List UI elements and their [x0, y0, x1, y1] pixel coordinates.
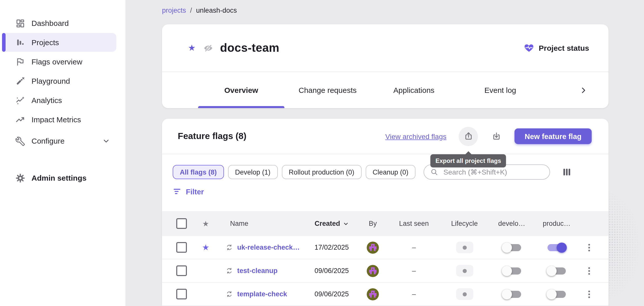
project-tabs: OverviewChange requestsApplicationsEvent…	[162, 72, 608, 108]
row-actions-kebab-icon[interactable]	[585, 290, 593, 299]
column-header-last-seen[interactable]: Last seen	[388, 220, 440, 227]
import-icon	[492, 131, 501, 141]
production-toggle[interactable]	[546, 266, 567, 276]
sidebar-item-playground[interactable]: Playground	[2, 72, 116, 90]
new-feature-flag-button[interactable]: New feature flag	[514, 128, 592, 144]
sync-icon	[226, 291, 233, 297]
sidebar-item-dashboard[interactable]: Dashboard	[2, 14, 116, 32]
created-date: 09/06/2025	[305, 290, 358, 298]
row-actions-kebab-icon[interactable]	[585, 266, 593, 275]
sidebar-item-flags-overview[interactable]: Flags overview	[2, 52, 116, 71]
export-icon	[463, 131, 473, 141]
sync-icon	[226, 244, 233, 251]
projects-icon	[15, 37, 25, 47]
wrench-icon	[15, 136, 25, 146]
flags-header: Feature flags (8) View archived flags Ex…	[162, 119, 608, 154]
table-row: ★uk-release-check…17/02/2025–	[162, 236, 608, 259]
eye-off-icon[interactable]	[203, 43, 214, 53]
project-header-card: ★ docs-team Project status OverviewChang…	[162, 24, 608, 108]
favorite-star-icon[interactable]: ★	[188, 44, 196, 52]
lifecycle-badge[interactable]	[456, 265, 473, 277]
develop-toggle[interactable]	[502, 289, 522, 299]
sidebar-item-label: Projects	[31, 38, 59, 47]
heart-pulse-icon	[524, 43, 534, 53]
chip-all-flags-8-[interactable]: All flags (8)	[173, 165, 224, 179]
select-all-checkbox[interactable]	[176, 218, 187, 229]
search-input[interactable]	[442, 167, 543, 177]
app-screen: DashboardProjectsFlags overviewPlaygroun…	[0, 0, 644, 306]
chips-group: All flags (8)Develop (1)Rollout producti…	[173, 165, 420, 179]
breadcrumb-current: unleash-docs	[196, 7, 237, 14]
flag-filter-chips-row: All flags (8)Develop (1)Rollout producti…	[173, 164, 592, 180]
view-archived-flags-link[interactable]: View archived flags	[385, 132, 446, 140]
content-column: projects / unleash-docs ★ docs-team Proj…	[162, 0, 608, 306]
import-flags-button[interactable]	[492, 131, 501, 141]
row-actions-kebab-icon[interactable]	[585, 243, 593, 252]
sidebar-item-label: Dashboard	[31, 19, 69, 27]
created-date: 09/06/2025	[305, 267, 358, 275]
tab-applications[interactable]: Applications	[371, 72, 457, 108]
column-header-created[interactable]: Created	[305, 220, 358, 227]
column-header-lifecycle[interactable]: Lifecycle	[440, 220, 489, 227]
column-header-by[interactable]: By	[358, 220, 388, 227]
row-checkbox[interactable]	[176, 242, 187, 253]
sidebar-item-configure[interactable]: Configure	[2, 131, 116, 150]
tab-overview[interactable]: Overview	[198, 72, 284, 108]
sidebar-item-impact-metrics[interactable]: Impact Metrics	[2, 110, 116, 129]
table-body: ★uk-release-check…17/02/2025–test-cleanu…	[162, 236, 608, 306]
avatar	[367, 241, 379, 253]
flag-name-link[interactable]: uk-release-check…	[237, 244, 300, 251]
sidebar-item-projects[interactable]: Projects	[2, 33, 116, 52]
sort-caret-down-icon	[343, 220, 349, 227]
dashboard-icon	[15, 18, 25, 28]
last-seen-value: –	[388, 290, 440, 298]
develop-toggle[interactable]	[502, 266, 522, 276]
analytics-icon	[15, 95, 25, 105]
favorite-column-star-icon: ★	[192, 219, 219, 228]
sidebar-item-analytics[interactable]: Analytics	[2, 91, 116, 110]
row-checkbox[interactable]	[176, 265, 187, 276]
table-header-row: ★NameCreatedByLast seenLifecycledevelo…p…	[162, 211, 608, 236]
avatar	[367, 265, 379, 277]
breadcrumb-separator: /	[190, 7, 192, 14]
export-flags-button[interactable]: Export all project flags	[459, 127, 478, 146]
column-header-name[interactable]: Name	[219, 220, 305, 227]
sidebar-nav: DashboardProjectsFlags overviewPlaygroun…	[0, 14, 125, 187]
flag-name-link[interactable]: template-check	[237, 290, 287, 298]
flag-name-link[interactable]: test-cleanup	[237, 267, 278, 275]
project-header: ★ docs-team Project status	[162, 24, 608, 72]
sidebar-item-label: Admin settings	[31, 174, 87, 182]
row-favorite-star-icon[interactable]: ★	[202, 243, 210, 252]
sidebar-item-label: Flags overview	[31, 57, 82, 66]
sidebar-item-label: Playground	[31, 77, 70, 85]
tab-event-log[interactable]: Event log	[457, 72, 543, 108]
lifecycle-badge[interactable]	[456, 242, 473, 253]
production-toggle[interactable]	[546, 289, 567, 299]
sidebar-item-admin-settings[interactable]: Admin settings	[2, 168, 116, 187]
last-seen-value: –	[388, 267, 440, 275]
breadcrumb-projects-link[interactable]: projects	[162, 7, 186, 14]
row-checkbox[interactable]	[176, 289, 187, 299]
tabs-overflow-chevron-right-icon[interactable]	[579, 86, 588, 95]
project-status-label: Project status	[539, 44, 589, 52]
column-header-develop[interactable]: develo…	[489, 220, 535, 227]
main-area: projects / unleash-docs ★ docs-team Proj…	[125, 0, 644, 306]
filter-icon	[173, 187, 181, 196]
production-toggle[interactable]	[546, 242, 567, 252]
columns-icon[interactable]	[562, 167, 572, 177]
lifecycle-badge[interactable]	[456, 288, 473, 300]
project-status-button[interactable]: Project status	[524, 43, 589, 53]
chip-cleanup-0-[interactable]: Cleanup (0)	[365, 165, 415, 179]
develop-toggle[interactable]	[502, 242, 522, 252]
feature-flags-card: Feature flags (8) View archived flags Ex…	[162, 119, 608, 306]
tab-change-requests[interactable]: Change requests	[284, 72, 371, 108]
gear-icon	[15, 173, 25, 183]
filter-button[interactable]: Filter	[173, 187, 204, 196]
trending-up-icon	[15, 114, 25, 125]
chip-rollout-production-0-[interactable]: Rollout production (0)	[282, 165, 361, 179]
chip-develop-1-[interactable]: Develop (1)	[228, 165, 278, 179]
flags-header-divider	[162, 154, 608, 154]
export-tooltip: Export all project flags	[430, 154, 506, 167]
column-header-production[interactable]: produc…	[535, 220, 578, 227]
page-title: docs-team	[220, 41, 280, 55]
